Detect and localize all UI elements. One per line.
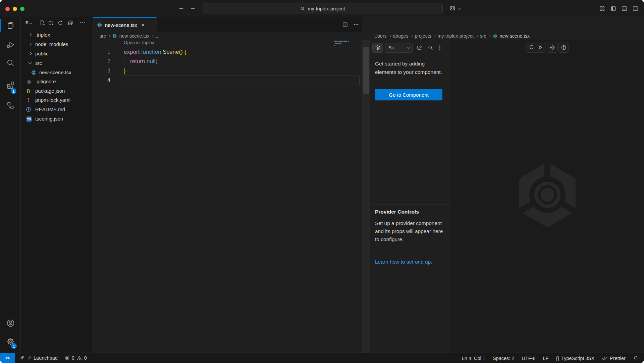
chevron-right-icon bbox=[433, 35, 435, 37]
breadcrumb-item[interactable]: new-scene.tsx bbox=[500, 33, 530, 39]
toggle-primary-sidebar-icon[interactable] bbox=[610, 5, 616, 12]
search-icon[interactable] bbox=[427, 44, 434, 51]
git-icon bbox=[27, 80, 32, 84]
help-icon bbox=[561, 45, 567, 50]
launch-icon bbox=[27, 356, 32, 360]
formatter-item[interactable]: Prettier bbox=[602, 356, 626, 361]
errors-count: 0 bbox=[72, 355, 74, 361]
viewport-controls bbox=[526, 42, 569, 53]
tree-item-gitignore-file[interactable]: .gitignore bbox=[21, 77, 93, 86]
breadcrumb-item[interactable]: douges bbox=[393, 33, 409, 39]
copilot-menu[interactable] bbox=[449, 5, 460, 12]
editor-tabstrip: new-scene.tsx × ··· bbox=[93, 17, 362, 32]
help-button[interactable] bbox=[558, 42, 569, 53]
breadcrumb-item[interactable]: projects bbox=[415, 33, 431, 39]
problems-status-item[interactable]: 0 0 bbox=[64, 355, 87, 361]
tree-item-pnpm-lock-file[interactable]: ! pnpm-lock.yaml bbox=[21, 95, 93, 105]
gear-icon bbox=[549, 45, 555, 50]
settings-button[interactable]: 1 bbox=[0, 333, 21, 350]
encoding-item[interactable]: UTF-8 bbox=[522, 356, 535, 361]
sidebar-item-search[interactable] bbox=[0, 55, 21, 71]
close-window-button[interactable] bbox=[5, 7, 10, 11]
tree-item-node-modules-folder[interactable]: node_modules bbox=[21, 40, 93, 49]
tree-item-new-scene-file[interactable]: new-scene.tsx bbox=[21, 68, 93, 77]
scrollbar-thumb[interactable] bbox=[363, 47, 369, 94]
notifications-bell-icon[interactable] bbox=[633, 355, 639, 361]
remote-indicator[interactable]: >< bbox=[0, 353, 15, 363]
code-line-2: 2 return null; bbox=[93, 57, 362, 66]
minimize-window-button[interactable] bbox=[13, 7, 17, 11]
open-in-triplex-codelens[interactable]: Open in Triplex bbox=[124, 40, 154, 47]
json-braces-icon: {} bbox=[25, 88, 31, 94]
scene-layers-button[interactable] bbox=[372, 43, 383, 53]
chevron-right-icon bbox=[488, 35, 491, 37]
language-mode-item[interactable]: {} TypeScript JSX bbox=[556, 356, 594, 361]
toggle-panel-icon[interactable] bbox=[621, 5, 628, 12]
breadcrumb-item[interactable]: my-triplex-project bbox=[438, 33, 474, 39]
command-center-search[interactable]: my-triplex-project bbox=[203, 3, 443, 14]
edit-component-icon[interactable] bbox=[416, 44, 423, 51]
forward-button[interactable]: → bbox=[190, 4, 196, 11]
triplex-panel: Users douges projects my-triplex-project… bbox=[370, 17, 644, 353]
provider-setup-link[interactable]: Learn how to set one up. bbox=[375, 259, 432, 265]
sidebar-item-run-debug[interactable] bbox=[0, 37, 21, 53]
zoom-window-button[interactable] bbox=[20, 7, 24, 11]
tab-new-scene[interactable]: new-scene.tsx × bbox=[93, 17, 157, 32]
code-line-3: 3 } bbox=[93, 66, 362, 76]
more-actions-icon[interactable]: ··· bbox=[354, 21, 359, 28]
tree-item-src-folder[interactable]: src bbox=[21, 58, 93, 68]
play-icon[interactable] bbox=[538, 45, 543, 50]
breadcrumb-item[interactable]: ... bbox=[156, 33, 160, 39]
eol-item[interactable]: LF bbox=[543, 356, 549, 361]
warnings-count: 0 bbox=[84, 355, 87, 361]
explorer-sidebar: E... ··· .triplex node_modules p bbox=[21, 17, 93, 353]
editor-scrollbar[interactable] bbox=[362, 40, 370, 353]
new-file-icon[interactable] bbox=[39, 20, 45, 26]
tree-item-package-json-file[interactable]: {} package.json bbox=[21, 86, 93, 96]
split-editor-icon[interactable] bbox=[342, 21, 348, 28]
refresh-icon[interactable] bbox=[57, 20, 63, 26]
collapse-folders-icon[interactable] bbox=[67, 20, 73, 26]
layers-icon bbox=[375, 45, 381, 51]
typescript-icon: TS bbox=[26, 117, 32, 122]
viewport-settings-button[interactable] bbox=[547, 42, 557, 53]
breadcrumb-item[interactable]: src bbox=[480, 33, 486, 39]
new-folder-icon[interactable] bbox=[48, 20, 54, 26]
close-icon[interactable]: × bbox=[141, 22, 145, 28]
tree-item-triplex-folder[interactable]: .triplex bbox=[21, 30, 93, 40]
tree-item-public-folder[interactable]: public bbox=[21, 49, 93, 58]
minimap[interactable] bbox=[334, 41, 349, 46]
breadcrumb-item[interactable]: new-scene.tsx bbox=[119, 33, 149, 39]
react-icon bbox=[493, 34, 497, 38]
launchpad-status-item[interactable]: Launchpad bbox=[19, 355, 58, 361]
cursor-position-item[interactable]: Ln 4, Col 1 bbox=[462, 356, 485, 361]
scene-select-dropdown[interactable]: Sc... bbox=[385, 43, 413, 53]
accounts-button[interactable] bbox=[0, 315, 21, 331]
exclamation-icon: ! bbox=[25, 97, 31, 103]
go-to-component-button[interactable]: Go to Component bbox=[375, 89, 442, 100]
tree-item-tsconfig-file[interactable]: TS tsconfig.json bbox=[21, 114, 93, 124]
layout-controls bbox=[599, 5, 639, 12]
undo-icon[interactable] bbox=[529, 45, 534, 50]
toggle-secondary-sidebar-icon[interactable] bbox=[632, 5, 639, 12]
braces-icon: {} bbox=[556, 356, 559, 361]
customize-layout-icon[interactable] bbox=[599, 5, 605, 12]
more-actions-icon[interactable]: ··· bbox=[79, 20, 86, 26]
code-editor[interactable]: Open in Triplex 1 export function Scene(… bbox=[93, 40, 362, 353]
sidebar-item-extensions[interactable]: 1 bbox=[0, 77, 21, 93]
tree-item-readme-file[interactable]: README.md bbox=[21, 105, 93, 114]
rocket-icon bbox=[19, 355, 25, 361]
breadcrumb-item[interactable]: Users bbox=[374, 33, 387, 39]
kebab-menu-icon[interactable]: ⋮ bbox=[436, 44, 443, 51]
debug-icon bbox=[6, 40, 15, 49]
sidebar-item-scene-graph[interactable] bbox=[0, 97, 21, 114]
indentation-item[interactable]: Spaces: 2 bbox=[493, 356, 515, 361]
triplex-logo-watermark bbox=[514, 159, 581, 230]
panel-content: Sc... ⋮ Get started by adding elements t… bbox=[370, 40, 644, 353]
react-icon bbox=[31, 70, 37, 75]
sidebar-item-explorer[interactable] bbox=[0, 17, 21, 33]
scene-viewport[interactable] bbox=[450, 40, 644, 353]
breadcrumb-item[interactable]: src bbox=[100, 33, 106, 39]
activity-bar: 1 1 bbox=[0, 17, 21, 353]
back-button[interactable]: ← bbox=[178, 4, 184, 11]
